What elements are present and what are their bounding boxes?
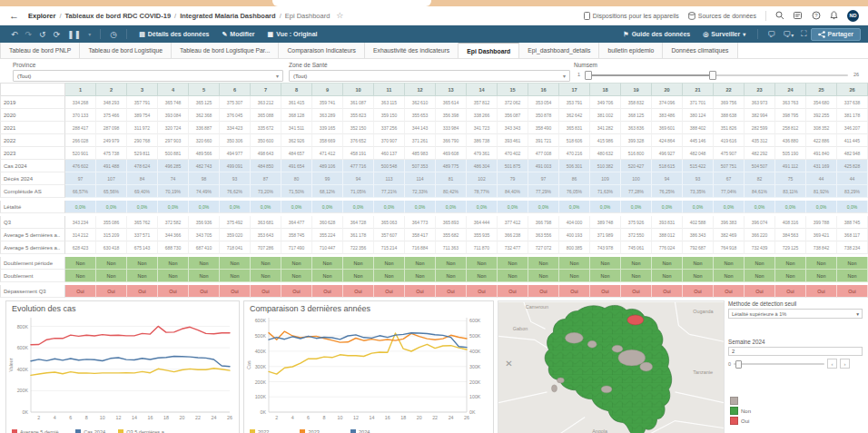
column-header: 22 [714, 83, 745, 96]
map-legend-item[interactable]: Non [730, 407, 751, 415]
svg-text:200K: 200K [17, 388, 29, 393]
legend-item[interactable]: Q3 5 dernières a... [118, 429, 168, 433]
legend-item[interactable]: 2023 [300, 429, 319, 433]
table-cell: 93 [220, 172, 251, 185]
svg-text:4: 4 [54, 415, 56, 420]
table-cell: Non [528, 270, 559, 282]
help-icon[interactable]: ? [812, 11, 821, 20]
legend-item[interactable]: 2022 [250, 429, 269, 433]
breadcrumb: Explorer/Tableaux de bord RDC COVID-19/I… [28, 12, 330, 20]
alert-zone[interactable] [627, 315, 644, 325]
tab-tableau-de-bord-logistique-par-[interactable]: Tableau de bord Logistique Par... [172, 43, 279, 58]
table-cell: 311 972 [127, 122, 158, 134]
table-cell: 393 461 [498, 134, 528, 147]
table-cell: 388 638 [714, 109, 745, 122]
map-legend-item[interactable] [730, 397, 751, 405]
table-cell: 371 261 [405, 134, 436, 147]
edit-button[interactable]: ✎Modifier [222, 31, 254, 38]
comment-menu-icon[interactable]: 🗨▾ [783, 30, 794, 39]
breadcrumb-item[interactable]: Epi Dashboard [285, 12, 330, 20]
threshold-method-label: Méthode de détection seuil [728, 300, 864, 307]
drc-map[interactable]: Cameroun Ouganda Gabon Tanzanie Angola M… [498, 301, 724, 433]
legend-item[interactable]: Cas 2024 [75, 429, 105, 433]
divider [765, 11, 766, 21]
document-icon: ▤ [139, 31, 145, 38]
tab-donn-es-climatiques[interactable]: Données climatiques [663, 43, 737, 58]
table-cell: Non [405, 270, 436, 282]
evolution-chart[interactable]: 0K200K400K600K800K2468101214161820222426… [6, 313, 239, 428]
week-prev-button[interactable]: ‹ [827, 359, 837, 369]
province-filter-select[interactable]: (Tout)▾ [13, 70, 283, 82]
tab-epi-dashboard-details[interactable]: Epi_dashboard_details [519, 43, 599, 58]
table-cell: 364 773 [405, 216, 436, 229]
week-slider-handle[interactable] [735, 360, 742, 369]
table-cell: Non [652, 270, 683, 282]
back-arrow-icon[interactable]: ← [9, 10, 19, 21]
data-guide-button[interactable]: ⚑Guide des données [623, 31, 690, 38]
notifications-bell-icon[interactable] [830, 11, 838, 20]
zone-filter-select[interactable]: (Tout)▾ [289, 70, 570, 82]
table-cell: Oui [683, 285, 714, 298]
week-next-button[interactable]: › [840, 359, 850, 369]
table-cell: 425 828 [837, 160, 868, 172]
table-cell: 675 143 [127, 241, 158, 254]
watch-button[interactable]: ◎Surveiller▾ [703, 31, 745, 38]
avatar[interactable]: ND [847, 10, 859, 22]
comparison-chart[interactable]: 0K0K100K100K200K200K300K300K400K400K500K… [244, 313, 493, 428]
tab-tableau-de-bord-pnlp[interactable]: Tableau de bord PNLP [0, 43, 80, 58]
chevron-down-icon[interactable]: ▾ [88, 31, 91, 37]
table-cell: 743 978 [590, 241, 621, 254]
table-cell: 460 137 [374, 147, 405, 160]
view-original-button[interactable]: ▦Vue : Original [268, 31, 318, 38]
breadcrumb-item[interactable]: Integrated Malaria Dashboard [180, 12, 275, 20]
table-cell: Oui [528, 285, 559, 298]
map-legend-item[interactable]: Oui [730, 417, 751, 425]
week-slider[interactable] [734, 363, 824, 365]
numsem-slider-handle-right[interactable] [709, 71, 716, 80]
tab-tableau-de-bord-logistique[interactable]: Tableau de bord Logistique [80, 43, 172, 58]
tab-epi-dashboard[interactable]: Epi Dashboard [459, 43, 519, 58]
table-cell: Non [775, 257, 806, 270]
table-cell: Non [714, 257, 745, 270]
table-cell: Oui [281, 285, 312, 298]
fullscreen-icon[interactable]: ⛶ [801, 29, 806, 39]
refresh-icon[interactable]: ⟳ [54, 30, 61, 39]
table-cell: 375 492 [220, 216, 251, 229]
data-details-button[interactable]: ▤Détails des données [139, 31, 209, 38]
breadcrumb-separator: / [280, 12, 281, 20]
history-clock-icon[interactable]: ◷ [110, 30, 117, 39]
legend-item[interactable]: Average 5 derniè... [12, 429, 63, 433]
deselect-x-button[interactable]: ✕ [503, 358, 515, 369]
table-cell: 71,50% [281, 185, 312, 198]
numsem-slider-handle-left[interactable] [585, 71, 592, 80]
tab-exhaustivit-des-indicateurs[interactable]: Exhaustivité des indicateurs [365, 43, 459, 58]
breadcrumb-item[interactable]: Explorer [28, 12, 55, 20]
numsem-slider[interactable] [587, 74, 848, 76]
table-cell: 0,0% [775, 201, 806, 213]
legend-item[interactable]: 2024 [350, 429, 370, 433]
search-icon[interactable] [775, 11, 784, 20]
favorite-star-icon[interactable]: ☆ [336, 11, 343, 20]
share-button[interactable]: Partager [811, 28, 861, 41]
week-input[interactable] [728, 347, 863, 356]
tab-comparaison-indicateurs[interactable]: Comparaison Indicateurs [279, 43, 365, 58]
tab-bulletin-epidemio[interactable]: bulletin epidemio [599, 43, 663, 58]
breadcrumb-item[interactable]: Tableaux de bord RDC COVID-19 [65, 12, 172, 20]
table-cell: 479 361 [467, 147, 498, 160]
pause-icon[interactable]: ❚❚ [67, 30, 81, 39]
table-cell: 343 234 [65, 216, 96, 229]
legend-swatch-icon [250, 429, 255, 433]
table-cell: 113 [374, 172, 405, 185]
undo-icon[interactable]: ↶ [11, 30, 18, 39]
data-sources-button[interactable]: Sources de données [688, 12, 756, 20]
recents-icon[interactable] [794, 11, 803, 20]
threshold-method-select[interactable]: Létalité supérieure à 1%▾ [728, 309, 863, 319]
table-cell: 717 490 [281, 241, 312, 254]
redo-icon[interactable]: ↷ [25, 30, 33, 39]
table-cell: 489 566 [189, 147, 220, 160]
device-layouts-button[interactable]: Dispositions pour les appareils [584, 12, 679, 20]
revert-icon[interactable]: ↺ [39, 30, 46, 39]
table-cell: 516 800 [621, 147, 652, 160]
comment-icon[interactable]: 🗩 [767, 30, 775, 39]
table-cell: Non [745, 270, 775, 282]
